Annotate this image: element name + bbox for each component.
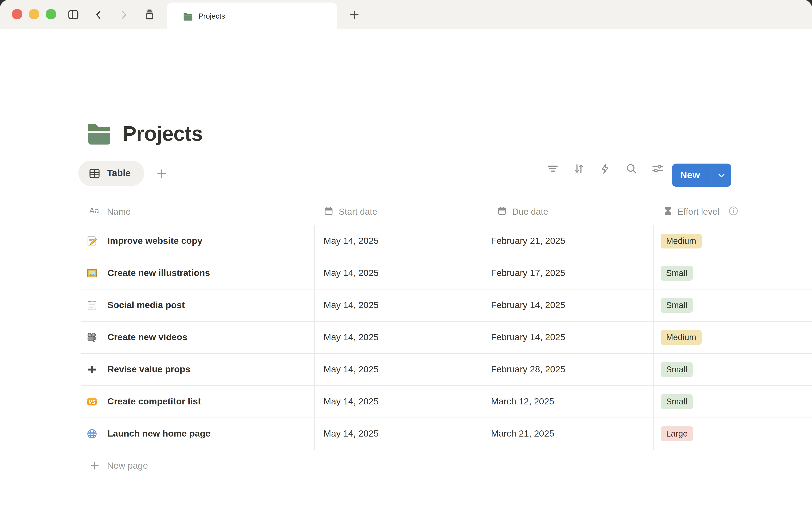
close-window-button[interactable]	[12, 9, 22, 19]
hourglass-icon	[664, 206, 672, 218]
cell-effort-level[interactable]: Small	[661, 289, 693, 321]
calendar-icon	[324, 206, 333, 217]
table-row: Create new videosMay 14, 2025February 14…	[81, 321, 812, 353]
cell-effort-level[interactable]: Medium	[661, 225, 702, 257]
cell-due-date[interactable]: March 21, 2025	[491, 417, 554, 450]
lightning-icon[interactable]	[599, 162, 612, 175]
cell-effort-level[interactable]: Medium	[661, 321, 702, 353]
new-button[interactable]: New	[672, 164, 731, 187]
framed-picture-icon	[87, 268, 97, 278]
heavy-plus-icon	[87, 364, 97, 375]
effort-badge[interactable]: Small	[661, 362, 693, 377]
cell-start-date[interactable]: May 14, 2025	[323, 321, 379, 353]
cell-start-date[interactable]: May 14, 2025	[323, 417, 379, 450]
add-view-button[interactable]	[156, 168, 167, 180]
table-row: Launch new home pageMay 14, 2025March 21…	[81, 417, 812, 450]
row-title: Revise value props	[107, 364, 190, 375]
cell-due-date[interactable]: March 12, 2025	[491, 385, 554, 417]
info-icon[interactable]	[728, 206, 738, 218]
svg-text:Aa: Aa	[89, 206, 99, 215]
zoom-window-button[interactable]	[46, 9, 56, 19]
database-actions	[546, 162, 664, 175]
table-row: Revise value propsMay 14, 2025February 2…	[81, 353, 812, 385]
cell-name[interactable]: Improve website copy	[87, 225, 202, 257]
minimize-window-button[interactable]	[29, 9, 39, 19]
view-controls: Table New	[0, 161, 812, 187]
tab-table-view[interactable]: Table	[78, 161, 144, 186]
search-icon[interactable]	[625, 162, 638, 175]
globe-icon	[87, 428, 97, 439]
new-page-label: New page	[107, 461, 148, 471]
filter-icon[interactable]	[546, 162, 559, 175]
cell-start-date[interactable]: May 14, 2025	[323, 257, 379, 289]
cell-name[interactable]: Revise value props	[87, 353, 190, 385]
browser-tab-projects[interactable]: Projects	[167, 3, 337, 30]
page-content: Projects Table New	[0, 30, 812, 505]
row-divider	[81, 353, 812, 354]
column-header-due-date[interactable]: Due date	[497, 199, 548, 225]
calendar-icon	[497, 206, 507, 217]
cell-name[interactable]: Create new videos	[87, 321, 187, 353]
chevron-right-icon	[118, 8, 130, 21]
cell-effort-level[interactable]: Large	[661, 417, 693, 450]
row-divider	[81, 450, 812, 450]
cell-name[interactable]: Launch new home page	[87, 417, 211, 450]
table-row: VSCreate competitor listMay 14, 2025Marc…	[81, 385, 812, 417]
effort-badge[interactable]: Small	[661, 394, 693, 409]
spiral-notepad-icon	[87, 300, 97, 310]
column-header-effort-level[interactable]: Effort level	[664, 199, 738, 225]
new-page-button[interactable]: New page	[81, 450, 812, 482]
row-title: Create new illustrations	[107, 268, 210, 278]
cell-due-date[interactable]: February 17, 2025	[491, 257, 565, 289]
traffic-lights	[12, 9, 56, 19]
vs-badge-icon: VS	[87, 396, 97, 407]
sidebar-toggle-icon[interactable]	[67, 8, 80, 21]
sliders-icon[interactable]	[651, 162, 664, 175]
table-row: Create new illustrationsMay 14, 2025Febr…	[81, 257, 812, 289]
effort-badge[interactable]: Large	[661, 426, 693, 441]
sort-icon[interactable]	[573, 162, 585, 175]
page-title: Projects	[123, 122, 203, 145]
cell-due-date[interactable]: February 14, 2025	[491, 289, 565, 321]
column-header-name[interactable]: Aa Name	[89, 199, 131, 225]
effort-badge[interactable]: Small	[661, 266, 693, 281]
cell-due-date[interactable]: February 14, 2025	[491, 321, 565, 353]
tab-stack-icon[interactable]	[143, 8, 156, 21]
cell-name[interactable]: VSCreate competitor list	[87, 385, 201, 417]
cell-start-date[interactable]: May 14, 2025	[323, 353, 379, 385]
cell-name[interactable]: Create new illustrations	[87, 257, 210, 289]
effort-badge[interactable]: Medium	[661, 330, 702, 345]
cell-effort-level[interactable]: Small	[661, 353, 693, 385]
row-title: Create competitor list	[107, 396, 201, 407]
cell-name[interactable]: Social media post	[87, 289, 185, 321]
cell-due-date[interactable]: February 28, 2025	[491, 353, 565, 385]
cell-start-date[interactable]: May 14, 2025	[323, 289, 379, 321]
green-folder-icon	[87, 122, 112, 145]
app-window: Projects Projects Table	[0, 0, 812, 505]
row-divider	[81, 289, 812, 290]
row-title: Create new videos	[107, 332, 187, 343]
column-header-start-date[interactable]: Start date	[324, 199, 377, 225]
chevron-left-icon[interactable]	[92, 8, 105, 21]
table-bottom-border	[81, 482, 812, 482]
new-tab-button[interactable]	[349, 9, 360, 21]
cell-start-date[interactable]: May 14, 2025	[323, 225, 379, 257]
table-row: Social media postMay 14, 2025February 14…	[81, 289, 812, 321]
row-title: Launch new home page	[107, 428, 211, 439]
svg-text:VS: VS	[89, 399, 95, 404]
screen: Projects Projects Table	[0, 0, 812, 505]
table-row: Improve website copyMay 14, 2025February…	[81, 225, 812, 257]
view-tab-label: Table	[107, 168, 131, 179]
column-divider	[484, 225, 484, 450]
cell-start-date[interactable]: May 14, 2025	[323, 385, 379, 417]
chevron-down-icon[interactable]	[711, 171, 731, 179]
effort-badge[interactable]: Small	[661, 298, 693, 313]
movie-camera-icon	[87, 332, 97, 343]
tab-title: Projects	[198, 12, 225, 20]
effort-badge[interactable]: Medium	[661, 233, 702, 248]
cell-effort-level[interactable]: Small	[661, 385, 693, 417]
cell-effort-level[interactable]: Small	[661, 257, 693, 289]
page-header: Projects	[87, 122, 203, 145]
cell-due-date[interactable]: February 21, 2025	[491, 225, 565, 257]
text-aa-icon: Aa	[89, 206, 102, 218]
